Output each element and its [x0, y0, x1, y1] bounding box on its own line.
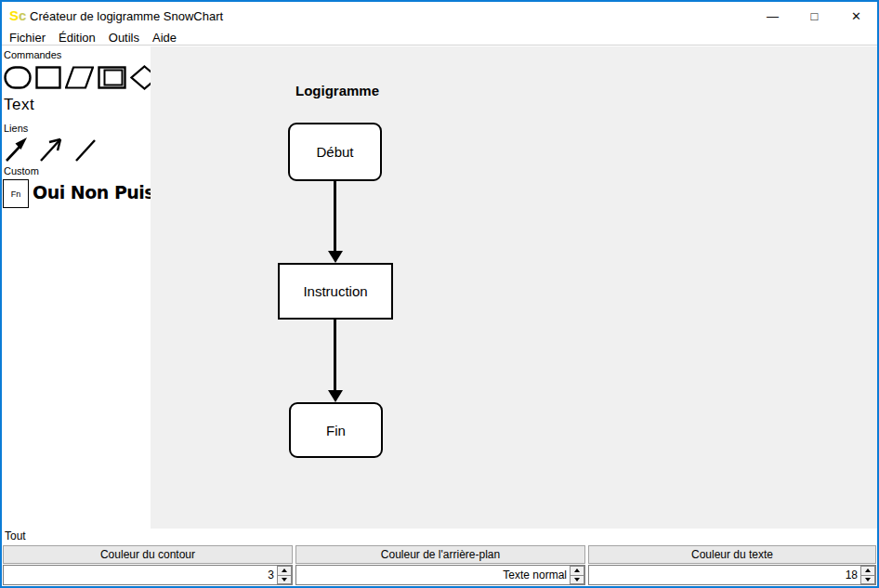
window-title: Créateur de logigramme SnowChart	[30, 9, 223, 23]
node-fin[interactable]: Fin	[289, 402, 383, 458]
filled-arrow-icon[interactable]	[4, 135, 30, 164]
predefined-process-icon[interactable]	[98, 66, 126, 89]
spin-up-button[interactable]	[860, 566, 875, 576]
open-arrow-icon[interactable]	[38, 135, 64, 164]
diagram-title[interactable]: Logigramme	[263, 83, 412, 98]
fn-tool-button[interactable]: Fn	[3, 179, 29, 208]
parallelogram-icon[interactable]	[65, 66, 94, 89]
spin-up-button[interactable]	[570, 566, 584, 576]
window-controls: — □ ✕	[752, 2, 877, 30]
shape-palette	[4, 65, 159, 90]
line-width-value: 3	[268, 568, 277, 581]
spin-down-icon	[282, 578, 287, 581]
text-color-button[interactable]: Couleur du texte	[588, 545, 876, 564]
spin-up-icon	[574, 568, 580, 572]
contour-color-button[interactable]: Couleur du contour	[3, 545, 293, 564]
node-debut[interactable]: Début	[288, 123, 382, 181]
close-icon: ✕	[851, 9, 861, 23]
menu-bar: Fichier Édition Outils Aide	[2, 30, 877, 46]
rectangle-icon[interactable]	[35, 66, 61, 89]
spin-down-icon	[574, 578, 580, 581]
stadium-icon[interactable]	[4, 66, 32, 89]
spinner-buttons	[860, 566, 875, 584]
menu-fichier[interactable]: Fichier	[2, 31, 52, 45]
font-size-value: 18	[846, 568, 860, 581]
connector-debut-instruction[interactable]	[334, 181, 336, 251]
title-bar: Sc Créateur de logigramme SnowChart — □ …	[2, 2, 877, 30]
custom-items-oui-non-puis[interactable]: Oui Non Puis	[33, 182, 154, 203]
background-color-button[interactable]: Couleur de l'arrière-plan	[295, 545, 585, 564]
node-instruction[interactable]: Instruction	[278, 263, 393, 320]
plain-line-icon[interactable]	[72, 135, 98, 164]
tool-palette-sidebar: Commandes Text Liens	[2, 46, 151, 529]
menu-edition[interactable]: Édition	[52, 31, 102, 45]
properties-panel: Tout Couleur du contour Couleur de l'arr…	[2, 529, 877, 586]
maximize-button[interactable]: □	[794, 2, 835, 30]
custom-section-label: Custom	[4, 165, 39, 176]
commandes-section-label: Commandes	[4, 49, 61, 60]
liens-section-label: Liens	[4, 123, 28, 134]
minimize-icon: —	[767, 9, 779, 23]
text-style-value: Texte normal	[503, 568, 570, 581]
text-style-spinner[interactable]: Texte normal	[295, 565, 585, 585]
scope-label: Tout	[5, 529, 26, 542]
spin-down-button[interactable]	[277, 576, 292, 585]
app-window: Sc Créateur de logigramme SnowChart — □ …	[0, 0, 879, 588]
minimize-button[interactable]: —	[752, 2, 794, 30]
line-width-spinner[interactable]: 3	[3, 565, 293, 585]
spinner-buttons	[570, 566, 584, 584]
diagram-canvas[interactable]: Logigramme Début Instruction Fin	[151, 46, 877, 529]
close-button[interactable]: ✕	[835, 2, 877, 30]
menu-outils[interactable]: Outils	[102, 31, 146, 45]
spin-up-button[interactable]	[277, 566, 292, 576]
spinner-buttons	[277, 566, 292, 584]
menu-aide[interactable]: Aide	[146, 31, 183, 45]
font-size-spinner[interactable]: 18	[588, 565, 876, 585]
spin-down-button[interactable]	[860, 576, 875, 585]
spin-down-icon	[865, 578, 871, 581]
arrowhead-down-icon	[328, 251, 343, 263]
maximize-icon: □	[811, 9, 819, 23]
text-tool[interactable]: Text	[4, 96, 34, 114]
arrowhead-down-icon	[328, 390, 343, 402]
link-palette	[4, 135, 98, 164]
connector-instruction-fin[interactable]	[334, 320, 336, 390]
spin-down-button[interactable]	[570, 576, 584, 585]
app-logo-icon: Sc	[9, 7, 26, 23]
spin-up-icon	[282, 568, 287, 572]
spin-up-icon	[865, 568, 871, 572]
